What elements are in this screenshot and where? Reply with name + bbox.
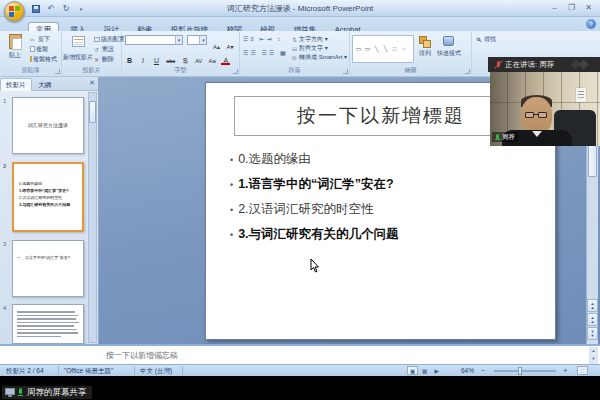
previous-slide-button[interactable]: ▲▲ [587,313,598,326]
smartart-icon: ⧉ [292,54,298,61]
tab-slides-pane[interactable]: 投影片 [0,78,32,91]
slide-body-text[interactable]: •0.选题的缘由 •1.语言学中的“词汇学”安在? •2.汉语词汇研究的时空性 … [230,147,399,247]
undo-icon[interactable]: ↶ [45,3,57,14]
cut-button[interactable]: ✂剪下 [30,35,50,44]
office-button[interactable] [4,1,25,22]
paste-button[interactable]: 貼上 [2,34,28,60]
help-icon[interactable]: ? [586,19,596,29]
smartart-button[interactable]: ⧉轉換成 SmartArt ▾ [292,53,347,62]
font-color-button[interactable]: A [221,57,230,65]
paste-icon [9,34,22,49]
notes-pane[interactable]: 按一下以新增備忘稿 ▲▼ [0,344,600,364]
save-icon[interactable] [30,3,42,14]
screen-share-chip[interactable]: 周荐的屏幕共享 [2,386,92,399]
reset-button[interactable]: ↺重設 [94,45,114,54]
underline-button[interactable]: U [152,56,161,66]
close-pane-icon[interactable]: ✕ [89,79,95,87]
editor-scrollbar-thumb[interactable] [588,143,597,177]
thumbnail-number: 3 [3,241,6,247]
decrease-indent-button[interactable]: ⇤ [260,36,267,42]
new-slide-button[interactable]: 新增投影片 [63,34,93,62]
clipboard-dialog-launcher[interactable] [55,69,60,74]
screen-share-label: 周荐的屏幕共享 [27,387,87,399]
mic-live-icon [495,134,500,141]
thumbnail-3[interactable]: 3 一、语言学中的“词汇学”安在? [12,240,84,297]
language-indicator[interactable]: 中文 (台灣) [140,367,172,376]
thumbnail-1[interactable]: 1 词汇研究方法漫谈 [12,97,84,154]
panel-scrollbar[interactable] [88,92,97,343]
bold-button[interactable]: B [125,56,134,66]
thumbnail-number: 2 [3,163,6,169]
copy-button[interactable]: 複製 [30,45,48,54]
close-button[interactable]: ✕ [581,2,596,14]
font-name-combo[interactable]: ▾ [125,35,183,45]
fit-to-window-button[interactable]: ⛶ [577,366,588,375]
shirt-collar [532,131,542,137]
numbering-button[interactable]: ≡ [250,36,256,42]
mic-muted-icon [494,60,502,70]
quick-styles-button[interactable]: 快速樣式 [436,34,462,58]
copy-icon [30,46,35,52]
thumbnail-paragraph-placeholder [17,311,79,339]
line-spacing-button[interactable]: ↕ [277,36,282,42]
format-painter-button[interactable]: 複製格式 [30,55,57,64]
drawing-dialog-launcher[interactable] [465,69,470,74]
increase-indent-button[interactable]: ⇥ [267,36,274,42]
text-shadow-button[interactable]: S [181,56,190,66]
shapes-gallery[interactable]: ▭▭╲╲□○ □△⬠⇨⇦⇩ ◠☆⌒()▾ [352,35,414,63]
zoom-in-button[interactable]: + [561,367,570,374]
panel-scrollbar-thumb[interactable] [89,101,96,123]
thumbnail-number: 1 [3,98,6,104]
reset-icon: ↺ [94,46,101,53]
qat-customize-icon[interactable]: ▾ [75,3,87,14]
quick-access-toolbar: ↶ ↻ ▾ [30,2,87,15]
zoom-slider-thumb[interactable] [518,367,522,375]
find-button[interactable]: 🔍︎尋找 [476,35,496,44]
group-font: ▾ ▾ A▴ A▾ B I U abc S AV Aa A 字型 [122,32,240,75]
paragraph-dialog-launcher[interactable] [343,69,348,74]
font-group-label: 字型 [122,66,239,75]
align-right-button[interactable]: ☰ [261,50,268,56]
notes-scrollbar[interactable]: ▲▼ [589,347,598,364]
normal-view-button[interactable]: ▣ [407,366,418,375]
slideshow-view-button[interactable]: ▶ [431,366,442,375]
italic-button[interactable]: I [138,56,147,66]
zoom-out-button[interactable]: − [479,367,488,374]
slide-sorter-view-button[interactable]: ▦ [419,366,430,375]
new-slide-icon [72,36,85,47]
justify-button[interactable]: ☰ [269,50,276,56]
chevron-down-icon: ▾ [175,36,182,44]
next-slide-button[interactable]: ▼▼ [587,327,598,340]
layout-button[interactable]: 版面配置 [94,35,125,44]
participant-video[interactable]: 周荐 [490,72,600,146]
thumbnail-2[interactable]: 2 0.选题的缘由 1.语言学中的“词汇学”安在? 2.汉语词汇研究的时空性 3… [12,162,84,232]
character-spacing-button[interactable]: AV [194,56,203,66]
minimize-button[interactable]: – [547,2,562,14]
thumbnail-bullet-lines: 0.选题的缘由 1.语言学中的“词汇学”安在? 2.汉语词汇研究的时空性 3.与… [19,180,70,208]
delete-button[interactable]: ✕刪除 [94,55,114,64]
change-case-button[interactable]: Aa [208,56,217,66]
font-size-combo[interactable]: ▾ [187,35,207,45]
glasses [524,112,549,119]
scroll-up-icon[interactable]: ▲▲ [587,299,598,312]
strikethrough-button[interactable]: abc [165,56,176,66]
restore-button[interactable]: ❐ [564,2,579,14]
zoom-slider[interactable] [494,370,556,372]
arrange-button[interactable]: 排列 [414,34,436,58]
group-clipboard: 貼上 ✂剪下 複製 複製格式 剪貼簿 [0,32,62,75]
drawing-group-label: 繪圖 [350,66,471,75]
screen: 词汇研究方法漫谈 - Microsoft PowerPoint – ❐ ✕ ↶ … [0,0,600,400]
redo-icon[interactable]: ↻ [60,3,72,14]
speaking-indicator: 正在讲话: 周荐 [505,60,554,70]
slide-title-placeholder[interactable]: 按一下以新增標題 [234,96,528,136]
font-dialog-launcher[interactable] [233,69,238,74]
title-bar: 词汇研究方法漫谈 - Microsoft PowerPoint – ❐ ✕ [0,0,600,17]
text-direction-button[interactable]: ⇅文字方向 ▾ [292,35,347,44]
participant-nametag: 周荐 [492,132,518,142]
thumbnail-4[interactable]: 4 [12,304,84,344]
align-center-button[interactable]: ☰ [250,50,257,56]
columns-button[interactable]: ▦ [280,50,288,56]
zoom-level[interactable]: 64% [461,367,474,374]
tab-outline-pane[interactable]: 大綱 [33,79,56,91]
align-text-button[interactable]: ⊟對齊文字 ▾ [292,44,347,53]
